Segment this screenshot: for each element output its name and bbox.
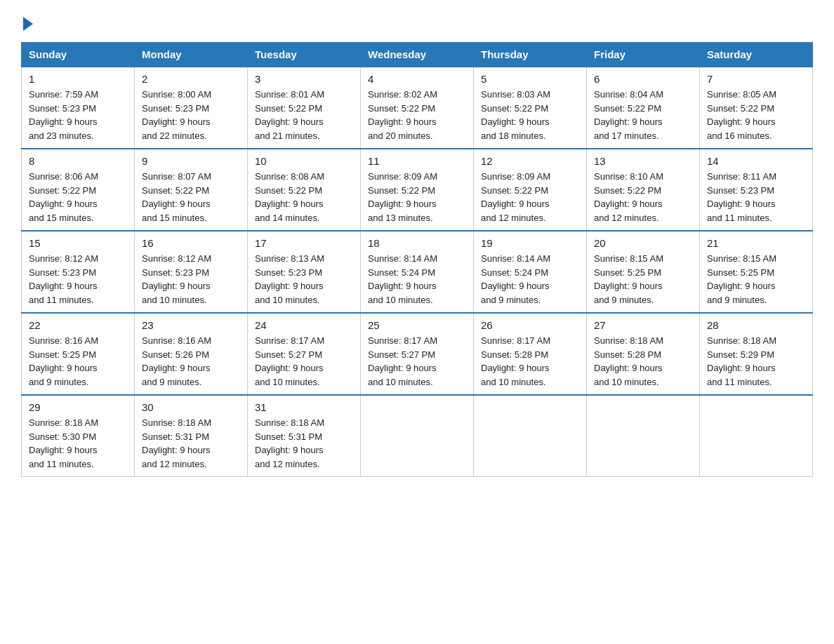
page-header: [21, 14, 813, 31]
day-info: Sunrise: 8:15 AMSunset: 5:25 PMDaylight:…: [707, 252, 805, 307]
header-tuesday: Tuesday: [248, 43, 361, 67]
day-info: Sunrise: 8:18 AMSunset: 5:31 PMDaylight:…: [255, 416, 353, 471]
day-info: Sunrise: 8:04 AMSunset: 5:22 PMDaylight:…: [594, 88, 692, 142]
day-number: 7: [707, 73, 805, 85]
day-info: Sunrise: 8:16 AMSunset: 5:26 PMDaylight:…: [142, 334, 240, 389]
calendar-cell: 31Sunrise: 8:18 AMSunset: 5:31 PMDayligh…: [248, 395, 361, 477]
day-number: 4: [368, 73, 466, 85]
day-number: 11: [368, 155, 466, 167]
day-info: Sunrise: 8:09 AMSunset: 5:22 PMDaylight:…: [481, 170, 579, 224]
day-info: Sunrise: 8:14 AMSunset: 5:24 PMDaylight:…: [368, 252, 466, 307]
header-monday: Monday: [135, 43, 248, 67]
day-info: Sunrise: 8:12 AMSunset: 5:23 PMDaylight:…: [142, 252, 240, 307]
calendar-cell: 22Sunrise: 8:16 AMSunset: 5:25 PMDayligh…: [22, 313, 135, 395]
day-number: 29: [29, 401, 127, 413]
calendar-cell: 23Sunrise: 8:16 AMSunset: 5:26 PMDayligh…: [135, 313, 248, 395]
calendar-table: SundayMondayTuesdayWednesdayThursdayFrid…: [21, 42, 813, 477]
calendar-cell: 24Sunrise: 8:17 AMSunset: 5:27 PMDayligh…: [248, 313, 361, 395]
calendar-week-row: 15Sunrise: 8:12 AMSunset: 5:23 PMDayligh…: [22, 231, 813, 313]
calendar-cell: 7Sunrise: 8:05 AMSunset: 5:22 PMDaylight…: [700, 67, 813, 149]
day-number: 5: [481, 73, 579, 85]
calendar-cell: [361, 395, 474, 477]
day-number: 24: [255, 319, 353, 331]
calendar-week-row: 8Sunrise: 8:06 AMSunset: 5:22 PMDaylight…: [22, 149, 813, 231]
calendar-cell: 25Sunrise: 8:17 AMSunset: 5:27 PMDayligh…: [361, 313, 474, 395]
calendar-week-row: 1Sunrise: 7:59 AMSunset: 5:23 PMDaylight…: [22, 67, 813, 149]
day-number: 6: [594, 73, 692, 85]
day-info: Sunrise: 8:14 AMSunset: 5:24 PMDaylight:…: [481, 252, 579, 307]
calendar-cell: 15Sunrise: 8:12 AMSunset: 5:23 PMDayligh…: [22, 231, 135, 313]
day-info: Sunrise: 8:18 AMSunset: 5:30 PMDaylight:…: [29, 416, 127, 471]
calendar-cell: 8Sunrise: 8:06 AMSunset: 5:22 PMDaylight…: [22, 149, 135, 231]
logo: [21, 14, 33, 31]
day-info: Sunrise: 8:09 AMSunset: 5:22 PMDaylight:…: [368, 170, 466, 224]
day-info: Sunrise: 8:11 AMSunset: 5:23 PMDaylight:…: [707, 170, 805, 224]
calendar-cell: 11Sunrise: 8:09 AMSunset: 5:22 PMDayligh…: [361, 149, 474, 231]
calendar-cell: 1Sunrise: 7:59 AMSunset: 5:23 PMDaylight…: [22, 67, 135, 149]
day-number: 2: [142, 73, 240, 85]
day-info: Sunrise: 7:59 AMSunset: 5:23 PMDaylight:…: [29, 88, 127, 142]
day-info: Sunrise: 8:06 AMSunset: 5:22 PMDaylight:…: [29, 170, 127, 224]
calendar-cell: 19Sunrise: 8:14 AMSunset: 5:24 PMDayligh…: [474, 231, 587, 313]
day-number: 17: [255, 237, 353, 249]
calendar-cell: 18Sunrise: 8:14 AMSunset: 5:24 PMDayligh…: [361, 231, 474, 313]
day-info: Sunrise: 8:01 AMSunset: 5:22 PMDaylight:…: [255, 88, 353, 142]
day-info: Sunrise: 8:16 AMSunset: 5:25 PMDaylight:…: [29, 334, 127, 389]
calendar-cell: 28Sunrise: 8:18 AMSunset: 5:29 PMDayligh…: [700, 313, 813, 395]
day-info: Sunrise: 8:02 AMSunset: 5:22 PMDaylight:…: [368, 88, 466, 142]
calendar-cell: 29Sunrise: 8:18 AMSunset: 5:30 PMDayligh…: [22, 395, 135, 477]
day-number: 23: [142, 319, 240, 331]
day-number: 13: [594, 155, 692, 167]
day-number: 18: [368, 237, 466, 249]
calendar-cell: 21Sunrise: 8:15 AMSunset: 5:25 PMDayligh…: [700, 231, 813, 313]
logo-arrow-icon: [23, 17, 33, 31]
day-info: Sunrise: 8:17 AMSunset: 5:28 PMDaylight:…: [481, 334, 579, 389]
day-number: 3: [255, 73, 353, 85]
day-number: 26: [481, 319, 579, 331]
day-number: 9: [142, 155, 240, 167]
calendar-cell: 27Sunrise: 8:18 AMSunset: 5:28 PMDayligh…: [587, 313, 700, 395]
day-info: Sunrise: 8:12 AMSunset: 5:23 PMDaylight:…: [29, 252, 127, 307]
header-friday: Friday: [587, 43, 700, 67]
calendar-cell: 9Sunrise: 8:07 AMSunset: 5:22 PMDaylight…: [135, 149, 248, 231]
calendar-cell: 26Sunrise: 8:17 AMSunset: 5:28 PMDayligh…: [474, 313, 587, 395]
day-number: 8: [29, 155, 127, 167]
day-info: Sunrise: 8:15 AMSunset: 5:25 PMDaylight:…: [594, 252, 692, 307]
header-wednesday: Wednesday: [361, 43, 474, 67]
day-info: Sunrise: 8:10 AMSunset: 5:22 PMDaylight:…: [594, 170, 692, 224]
header-sunday: Sunday: [22, 43, 135, 67]
day-number: 10: [255, 155, 353, 167]
day-info: Sunrise: 8:05 AMSunset: 5:22 PMDaylight:…: [707, 88, 805, 142]
day-number: 30: [142, 401, 240, 413]
day-info: Sunrise: 8:18 AMSunset: 5:29 PMDaylight:…: [707, 334, 805, 389]
header-thursday: Thursday: [474, 43, 587, 67]
calendar-cell: 10Sunrise: 8:08 AMSunset: 5:22 PMDayligh…: [248, 149, 361, 231]
day-number: 22: [29, 319, 127, 331]
day-info: Sunrise: 8:00 AMSunset: 5:23 PMDaylight:…: [142, 88, 240, 142]
calendar-cell: 14Sunrise: 8:11 AMSunset: 5:23 PMDayligh…: [700, 149, 813, 231]
day-number: 16: [142, 237, 240, 249]
calendar-cell: 12Sunrise: 8:09 AMSunset: 5:22 PMDayligh…: [474, 149, 587, 231]
calendar-cell: 2Sunrise: 8:00 AMSunset: 5:23 PMDaylight…: [135, 67, 248, 149]
calendar-cell: 3Sunrise: 8:01 AMSunset: 5:22 PMDaylight…: [248, 67, 361, 149]
calendar-cell: 6Sunrise: 8:04 AMSunset: 5:22 PMDaylight…: [587, 67, 700, 149]
calendar-cell: 16Sunrise: 8:12 AMSunset: 5:23 PMDayligh…: [135, 231, 248, 313]
calendar-cell: [700, 395, 813, 477]
calendar-cell: 17Sunrise: 8:13 AMSunset: 5:23 PMDayligh…: [248, 231, 361, 313]
calendar-cell: 30Sunrise: 8:18 AMSunset: 5:31 PMDayligh…: [135, 395, 248, 477]
header-saturday: Saturday: [700, 43, 813, 67]
calendar-cell: 5Sunrise: 8:03 AMSunset: 5:22 PMDaylight…: [474, 67, 587, 149]
day-number: 12: [481, 155, 579, 167]
day-info: Sunrise: 8:17 AMSunset: 5:27 PMDaylight:…: [255, 334, 353, 389]
day-number: 25: [368, 319, 466, 331]
day-number: 1: [29, 73, 127, 85]
day-number: 19: [481, 237, 579, 249]
day-info: Sunrise: 8:18 AMSunset: 5:28 PMDaylight:…: [594, 334, 692, 389]
calendar-cell: [474, 395, 587, 477]
day-number: 14: [707, 155, 805, 167]
day-info: Sunrise: 8:13 AMSunset: 5:23 PMDaylight:…: [255, 252, 353, 307]
day-number: 21: [707, 237, 805, 249]
day-number: 28: [707, 319, 805, 331]
calendar-week-row: 29Sunrise: 8:18 AMSunset: 5:30 PMDayligh…: [22, 395, 813, 477]
day-number: 31: [255, 401, 353, 413]
